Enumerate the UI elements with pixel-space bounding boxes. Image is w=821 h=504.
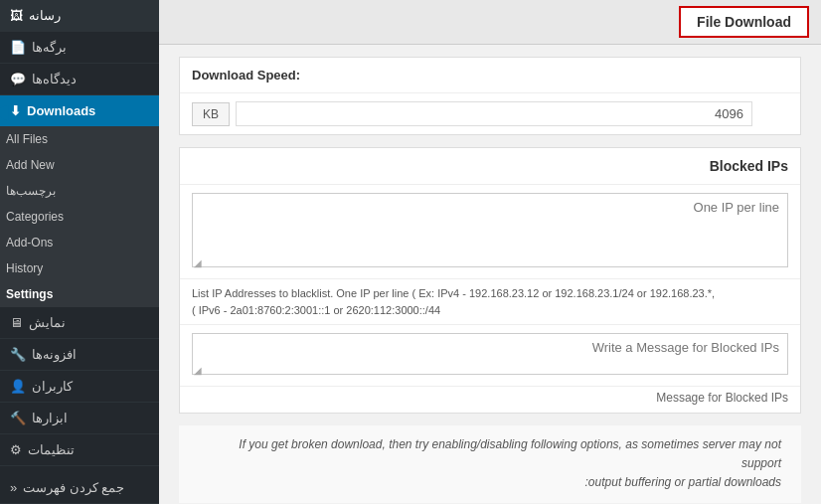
ip-description: List IP Addresses to blacklist. One IP p… [180, 279, 800, 325]
sidebar-item-add-new[interactable]: Add New [0, 152, 159, 178]
main-content: File Download :Download Speed KB Blocked… [159, 0, 821, 504]
sidebar-item-categories[interactable]: Categories [0, 204, 159, 230]
categories-label: Categories [6, 210, 64, 224]
ip-textarea[interactable] [192, 193, 788, 267]
barchashb-label: برچسب‌ها [6, 184, 56, 198]
blocked-ips-header: Blocked IPs [180, 148, 800, 185]
sidebar-item-namayesh[interactable]: نمایش 🖥 [0, 307, 159, 339]
sidebar-item-collapse[interactable]: جمع کردن فهرست « [0, 472, 159, 504]
sidebar-item-label: دیدگاه‌ها [32, 72, 77, 86]
sidebar-item-label: کاربران [32, 379, 73, 394]
sidebar-item-tanzeemat[interactable]: تنظیمات ⚙ [0, 434, 159, 466]
message-textarea[interactable] [192, 333, 788, 375]
sidebar-item-barchashb[interactable]: برچسب‌ها [0, 178, 159, 204]
sidebar-item-label: رسانه [29, 8, 61, 23]
sidebar-item-deedgaha[interactable]: دیدگاه‌ها 💬 [0, 64, 159, 95]
footer-note-line1: If you get broken download, then try ena… [239, 437, 781, 470]
download-speed-label: :Download Speed [192, 68, 300, 83]
ip-description-line2: ( IPv6 - 2a01:8760:2:3001::1 or 2620:112… [192, 304, 440, 316]
sidebar-item-all-files[interactable]: All Files [0, 126, 159, 152]
settings-label: Settings [6, 287, 53, 301]
blocked-ips-section: Blocked IPs ◢ List IP Addresses to black… [179, 147, 801, 414]
plugins-icon: 🔧 [10, 347, 26, 362]
sidebar-item-label: تنظیمات [28, 442, 75, 457]
display-icon: 🖥 [10, 315, 23, 330]
download-speed-row: :Download Speed [180, 58, 800, 93]
users-icon: 👤 [10, 379, 26, 394]
resize-handle2-icon: ◢ [194, 365, 202, 376]
add-new-label: Add New [6, 158, 55, 172]
collapse-label: جمع کردن فهرست [23, 480, 124, 495]
page-header: File Download [159, 0, 821, 45]
sidebar-item-karbaran[interactable]: کاربران 👤 [0, 371, 159, 403]
tools-icon: 🔨 [10, 411, 26, 425]
collapse-icon: « [10, 480, 17, 495]
message-textarea-container: ◢ [180, 325, 800, 387]
sidebar-item-resane[interactable]: رسانه 🖼 [0, 0, 159, 32]
file-download-button[interactable]: File Download [679, 6, 809, 38]
content-area: :Download Speed KB Blocked IPs ◢ List IP… [159, 45, 821, 504]
sidebar-item-bargha[interactable]: برگه‌ها 📄 [0, 32, 159, 64]
sidebar-item-afzounha[interactable]: افزونه‌ها 🔧 [0, 339, 159, 371]
sidebar-item-history[interactable]: History [0, 255, 159, 281]
all-files-label: All Files [6, 132, 48, 146]
sidebar-item-label: برگه‌ها [32, 40, 67, 55]
speed-input[interactable] [236, 101, 752, 126]
footer-note: If you get broken download, then try ena… [179, 425, 801, 503]
ip-description-line1: List IP Addresses to blacklist. One IP p… [192, 287, 715, 299]
sidebar-item-abzarha[interactable]: ابزارها 🔨 [0, 403, 159, 434]
download-icon: ⬇ [10, 103, 21, 118]
sidebar-item-downloads[interactable]: Downloads ⬇ ◀ [0, 95, 159, 126]
footer-note-line2: :output buffering or partial downloads [585, 475, 781, 489]
addons-label: Add-Ons [6, 236, 53, 250]
sidebar-item-label: Downloads [27, 103, 95, 118]
sidebar-item-label: نمایش [29, 315, 66, 330]
resize-handle-icon: ◢ [194, 257, 202, 268]
message-label-text: Message for Blocked IPs [656, 391, 788, 405]
sidebar-item-label: ابزارها [32, 411, 68, 425]
message-label-row: Message for Blocked IPs [180, 387, 800, 413]
download-speed-section: :Download Speed KB [179, 57, 801, 135]
media-icon: 🖼 [10, 8, 23, 23]
speed-input-row: KB [180, 93, 800, 134]
pages-icon: 📄 [10, 40, 26, 55]
sidebar-item-addons[interactable]: Add-Ons [0, 230, 159, 255]
sidebar: رسانه 🖼 برگه‌ها 📄 دیدگاه‌ها 💬 Downloads … [0, 0, 159, 504]
kb-badge: KB [192, 102, 230, 126]
ip-textarea-container: ◢ [180, 185, 800, 279]
left-arrow-icon: ◀ [0, 99, 7, 123]
sidebar-item-label: افزونه‌ها [32, 347, 77, 362]
downloads-menu-container: Downloads ⬇ ◀ All Files Add New برچسب‌ها… [0, 95, 159, 307]
history-label: History [6, 261, 43, 275]
comments-icon: 💬 [10, 72, 26, 86]
downloads-submenu: All Files Add New برچسب‌ها Categories Ad… [0, 126, 159, 307]
sidebar-item-settings[interactable]: Settings [0, 281, 159, 307]
settings-icon: ⚙ [10, 442, 22, 457]
blocked-ips-title: Blocked IPs [710, 158, 788, 174]
